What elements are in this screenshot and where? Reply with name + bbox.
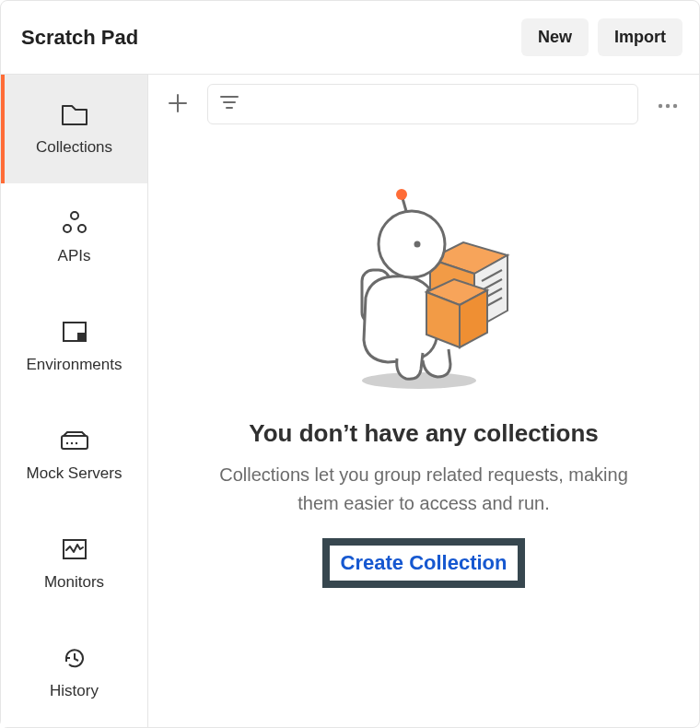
apis-icon: [61, 210, 88, 236]
body: Collections APIs: [1, 75, 699, 727]
sidebar-item-environments[interactable]: Environments: [1, 292, 147, 401]
workspace-title: Scratch Pad: [21, 26, 138, 50]
sidebar-item-history[interactable]: History: [1, 618, 147, 727]
monitors-icon: [62, 536, 88, 562]
empty-description: Collections let you group related reques…: [203, 461, 645, 518]
sidebar-item-monitors[interactable]: Monitors: [1, 510, 147, 618]
svg-point-22: [396, 189, 407, 200]
svg-point-7: [70, 442, 72, 444]
empty-state: You don’t have any collections Collectio…: [148, 134, 699, 727]
cta-highlight: Create Collection: [322, 538, 526, 588]
plus-icon: [168, 93, 188, 116]
svg-point-11: [666, 103, 670, 107]
svg-point-6: [65, 442, 67, 444]
header-actions: New Import: [521, 18, 682, 56]
svg-point-2: [78, 225, 86, 232]
sidebar-item-label: Environments: [27, 356, 122, 374]
main: You don’t have any collections Collectio…: [148, 75, 699, 727]
filter-icon: [219, 94, 247, 114]
app-frame: Scratch Pad New Import Collections: [0, 0, 700, 728]
svg-point-19: [379, 211, 445, 277]
svg-point-12: [673, 103, 677, 107]
folder-icon: [61, 101, 88, 127]
empty-title: You don’t have any collections: [249, 419, 598, 448]
svg-rect-5: [62, 436, 88, 449]
toolbar: [148, 75, 699, 134]
sidebar-item-collections[interactable]: Collections: [1, 75, 147, 183]
svg-rect-4: [78, 334, 84, 339]
create-collection-button[interactable]: Create Collection: [341, 551, 508, 575]
sidebar-item-apis[interactable]: APIs: [1, 183, 147, 292]
svg-point-10: [659, 103, 662, 107]
new-button[interactable]: New: [521, 18, 589, 56]
more-horizontal-icon: [657, 98, 679, 112]
more-button[interactable]: [651, 88, 684, 121]
add-button[interactable]: [161, 88, 194, 121]
history-icon: [62, 645, 88, 671]
sidebar: Collections APIs: [1, 75, 148, 727]
header: Scratch Pad New Import: [1, 1, 699, 75]
sidebar-item-label: Mock Servers: [27, 464, 122, 483]
sidebar-item-label: History: [50, 682, 99, 700]
empty-illustration: [318, 189, 530, 392]
sidebar-item-label: Collections: [36, 138, 112, 157]
filter-box[interactable]: [207, 84, 638, 124]
svg-point-8: [75, 442, 76, 444]
environments-icon: [62, 319, 88, 345]
filter-input[interactable]: [247, 96, 626, 112]
import-button[interactable]: Import: [598, 18, 682, 56]
svg-point-0: [71, 212, 78, 219]
svg-line-21: [402, 198, 406, 211]
mock-servers-icon: [60, 428, 89, 453]
sidebar-item-mock-servers[interactable]: Mock Servers: [1, 401, 147, 510]
svg-point-1: [64, 225, 71, 232]
svg-point-20: [414, 241, 421, 248]
sidebar-item-label: Monitors: [44, 573, 104, 592]
sidebar-item-label: APIs: [58, 247, 91, 265]
